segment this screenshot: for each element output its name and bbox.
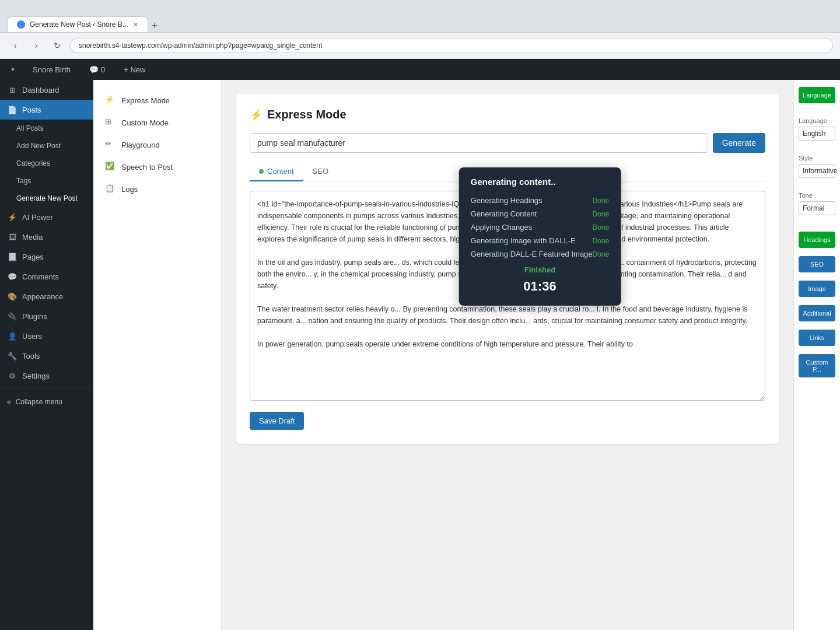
comments-item[interactable]: 💬 0	[85, 59, 110, 80]
custom-prompt-btn[interactable]: Custom P...	[799, 354, 835, 377]
collapse-label: Collapse menu	[16, 398, 62, 406]
sidebar-menu: ⊞ Dashboard 📄 Posts All Posts Add New Po…	[0, 80, 93, 413]
gen-item-dalle-featured: Generating DALL-E Featured Image Done	[471, 247, 610, 261]
sidebar-item-dashboard[interactable]: ⊞ Dashboard	[0, 80, 93, 100]
back-btn[interactable]: ‹	[7, 37, 23, 54]
panel-nav-custom-mode[interactable]: ⊞ Custom Mode	[93, 111, 221, 134]
links-btn[interactable]: Links	[799, 330, 835, 346]
collapse-icon: «	[7, 398, 11, 406]
collapse-menu-btn[interactable]: « Collapse menu	[0, 391, 93, 413]
left-panel: ⚡ Express Mode ⊞ Custom Mode ✏ Playgroun…	[93, 80, 222, 630]
image-btn[interactable]: Image	[799, 281, 835, 297]
speech-to-post-icon: ✅	[105, 162, 116, 172]
sidebar-label-tags: Tags	[16, 177, 31, 185]
topic-input[interactable]	[250, 133, 708, 153]
refresh-btn[interactable]: ↻	[49, 37, 65, 54]
gen-finished-label: Finished	[471, 261, 610, 276]
address-bar[interactable]: snorebirth.s4-tastewp.com/wp-admin/admin…	[70, 38, 833, 53]
center-content: ⚡ Express Mode Generate Content SEO	[222, 80, 793, 630]
panel-nav-speech-to-post[interactable]: ✅ Speech to Post	[93, 156, 221, 178]
sidebar-item-pages[interactable]: 📃 Pages	[0, 247, 93, 267]
sidebar-label-generate-new-post: Generate New Post	[16, 194, 78, 202]
panel-nav-express-mode-label: Express Mode	[121, 96, 170, 105]
generating-title: Generating content..	[471, 177, 610, 187]
panel-nav-logs[interactable]: 📋 Logs	[93, 178, 221, 200]
playground-icon: ✏	[105, 139, 116, 150]
gen-dalle-label: Generating Image with DALL-E	[471, 236, 576, 245]
site-name: Snore Birth	[33, 65, 71, 74]
sidebar-item-settings[interactable]: ⚙ Settings	[0, 366, 93, 386]
sidebar-item-appearance[interactable]: 🎨 Appearance	[0, 286, 93, 306]
sidebar-label-add-new-post: Add New Post	[16, 142, 61, 150]
sidebar: ⊞ Dashboard 📄 Posts All Posts Add New Po…	[0, 80, 93, 630]
tab-close-btn[interactable]: ✕	[133, 21, 138, 29]
sidebar-label-settings: Settings	[22, 372, 50, 380]
language-label: Language	[799, 117, 835, 124]
sidebar-label-comments: Comments	[22, 272, 59, 281]
sidebar-label-plugins: Plugins	[22, 312, 47, 321]
generate-btn[interactable]: Generate	[713, 133, 765, 153]
sidebar-item-categories[interactable]: Categories	[0, 155, 93, 172]
sidebar-item-tags[interactable]: Tags	[0, 172, 93, 190]
wp-admin-bar: W Snore Birth 💬 0 + New	[0, 59, 840, 80]
site-name-item[interactable]: Snore Birth	[28, 59, 75, 80]
sidebar-item-add-new-post[interactable]: Add New Post	[0, 137, 93, 155]
dashboard-icon: ⊞	[7, 85, 18, 95]
lightning-icon: ⚡	[250, 108, 262, 121]
panel-nav-playground[interactable]: ✏ Playground	[93, 134, 221, 156]
sidebar-label-ai-power: AI Power	[22, 213, 53, 222]
sidebar-item-ai-power[interactable]: ⚡ AI Power	[0, 207, 93, 227]
panel-nav-express-mode[interactable]: ⚡ Express Mode	[93, 89, 221, 111]
additional-btn[interactable]: Additional	[799, 305, 835, 321]
express-mode-icon: ⚡	[105, 95, 116, 106]
active-tab[interactable]: Generate New Post ‹ Snore B... ✕	[7, 16, 148, 32]
sidebar-label-pages: Pages	[22, 253, 44, 261]
sidebar-label-appearance: Appearance	[22, 292, 63, 301]
sidebar-item-tools[interactable]: 🔧 Tools	[0, 346, 93, 366]
tab-seo-label: SEO	[313, 167, 328, 176]
wp-logo[interactable]: W	[7, 59, 19, 80]
ai-power-icon: ⚡	[7, 212, 18, 222]
posts-icon: 📄	[7, 104, 18, 115]
style-label: Style	[799, 155, 835, 162]
browser-chrome: Generate New Post ‹ Snore B... ✕ +	[0, 0, 840, 33]
sidebar-label-media: Media	[22, 233, 43, 242]
sidebar-item-media[interactable]: 🖼 Media	[0, 227, 93, 247]
tab-seo[interactable]: SEO	[303, 162, 338, 181]
panel-nav-custom-mode-label: Custom Mode	[121, 118, 169, 127]
sidebar-item-posts[interactable]: 📄 Posts	[0, 100, 93, 120]
express-mode-title: ⚡ Express Mode	[250, 108, 765, 121]
sidebar-item-users[interactable]: 👤 Users	[0, 326, 93, 346]
gen-content-label: Generating Content	[471, 209, 537, 218]
sidebar-item-plugins[interactable]: 🔌 Plugins	[0, 306, 93, 326]
sidebar-label-dashboard: Dashboard	[22, 86, 60, 94]
language-value[interactable]: English	[799, 127, 835, 141]
gen-dalle-featured-label: Generating DALL-E Featured Image	[471, 250, 593, 258]
sidebar-label-users: Users	[22, 332, 42, 341]
new-tab-btn[interactable]: +	[149, 20, 160, 32]
language-top-btn[interactable]: Language	[799, 87, 835, 103]
tone-value[interactable]: Formal	[799, 201, 835, 215]
gen-content-status: Done	[593, 210, 610, 218]
tab-content-label: Content	[267, 167, 294, 176]
express-mode-heading: Express Mode	[267, 108, 346, 121]
headings-btn[interactable]: Headings	[799, 232, 835, 248]
gen-item-applying: Applying Changes Done	[471, 220, 610, 234]
gen-dalle-status: Done	[593, 237, 610, 245]
sidebar-item-generate-new-post[interactable]: Generate New Post	[0, 190, 93, 207]
sidebar-separator	[0, 388, 93, 388]
panel-nav-logs-label: Logs	[121, 185, 138, 194]
seo-btn[interactable]: SEO	[799, 256, 835, 272]
style-value[interactable]: Informative	[799, 164, 835, 178]
forward-btn[interactable]: ›	[28, 37, 44, 54]
new-item[interactable]: + New	[119, 59, 150, 80]
sidebar-item-comments[interactable]: 💬 Comments	[0, 267, 93, 286]
browser-tabs: Generate New Post ‹ Snore B... ✕ +	[7, 0, 160, 32]
gen-applying-status: Done	[593, 223, 610, 232]
sidebar-item-all-posts[interactable]: All Posts	[0, 120, 93, 137]
tab-content[interactable]: Content	[250, 162, 303, 181]
sidebar-label-posts: Posts	[22, 106, 41, 114]
search-row: Generate	[250, 133, 765, 153]
save-draft-btn[interactable]: Save Draft	[250, 412, 304, 430]
users-icon: 👤	[7, 331, 18, 341]
